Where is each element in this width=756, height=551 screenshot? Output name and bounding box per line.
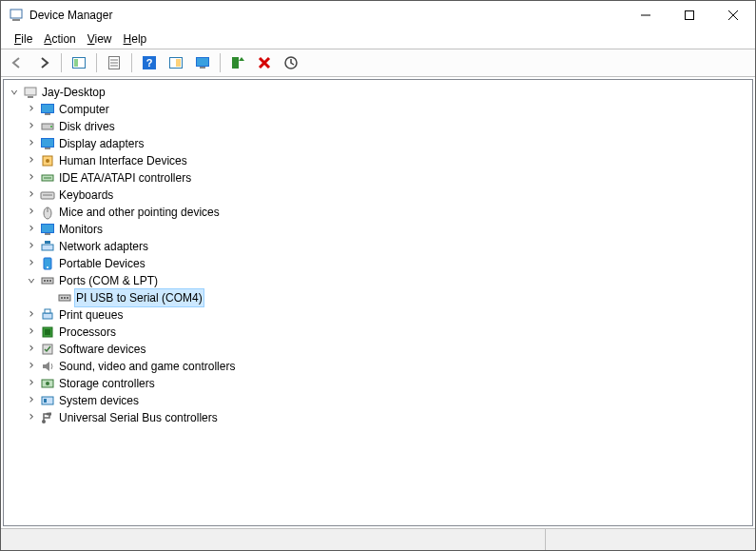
menu-view[interactable]: View	[84, 30, 116, 48]
network-icon	[40, 239, 55, 254]
action-sheet-button[interactable]	[164, 50, 188, 75]
device-manager-window: Device Manager File Action View Help ? J…	[0, 0, 756, 551]
software-icon	[40, 342, 55, 357]
chevron-down-icon[interactable]	[25, 272, 38, 289]
mouse-icon	[40, 205, 55, 220]
window-controls	[624, 1, 755, 30]
tree-item[interactable]: Portable Devices	[4, 255, 752, 272]
tree-item[interactable]: Mice and other pointing devices	[4, 204, 752, 221]
tree-item[interactable]: Disk drives	[4, 118, 752, 135]
tree-item[interactable]: Computer	[4, 101, 752, 118]
svg-rect-49	[61, 297, 63, 299]
menu-bar: File Action View Help	[1, 30, 755, 49]
tree-item-label: Disk drives	[57, 118, 117, 135]
tree-item[interactable]: Human Interface Devices	[4, 152, 752, 169]
svg-rect-46	[47, 280, 48, 282]
title-bar: Device Manager	[1, 1, 755, 30]
svg-rect-17	[200, 67, 205, 69]
uninstall-button[interactable]	[252, 50, 277, 75]
svg-rect-22	[25, 88, 36, 95]
show-hide-tree-button[interactable]	[67, 50, 91, 75]
device-tree[interactable]: Jay-DesktopComputerDisk drivesDisplay ad…	[3, 79, 753, 526]
tree-item[interactable]: Universal Serial Bus controllers	[4, 409, 752, 426]
drive-icon	[40, 119, 55, 134]
toolbar-separator	[61, 53, 62, 72]
tree-root[interactable]: Jay-Desktop	[4, 84, 752, 101]
svg-rect-15	[176, 59, 181, 67]
scan-hardware-button[interactable]	[279, 50, 303, 75]
tree-item[interactable]: PI USB to Serial (COM4)	[4, 289, 752, 306]
tree-item[interactable]: Network adapters	[4, 238, 752, 255]
svg-rect-63	[48, 413, 51, 416]
tree-item-label: PI USB to Serial (COM4)	[74, 288, 204, 307]
svg-rect-52	[43, 313, 52, 319]
svg-rect-53	[45, 309, 50, 313]
view-monitor-button[interactable]	[190, 50, 215, 75]
tree-item[interactable]: Software devices	[4, 341, 752, 358]
tree-item[interactable]: IDE ATA/ATAPI controllers	[4, 169, 752, 187]
storage-icon	[40, 376, 55, 391]
svg-point-43	[47, 266, 48, 268]
tree-item-label: Sound, video and game controllers	[57, 358, 237, 375]
forward-button[interactable]	[31, 50, 56, 75]
toolbar-separator	[96, 53, 97, 72]
back-button[interactable]	[5, 50, 29, 75]
maximize-button[interactable]	[668, 1, 711, 30]
close-button[interactable]	[711, 1, 755, 30]
tree-item-label: Keyboards	[57, 187, 115, 204]
minimize-button[interactable]	[624, 1, 668, 30]
svg-rect-18	[232, 57, 239, 69]
menu-action[interactable]: Action	[40, 30, 79, 48]
svg-rect-59	[42, 397, 53, 404]
svg-rect-60	[44, 399, 47, 403]
tree-item[interactable]: Sound, video and game controllers	[4, 358, 752, 375]
status-cell	[546, 529, 755, 550]
tree-item-label: Ports (COM & LPT)	[57, 272, 160, 289]
svg-rect-45	[44, 280, 46, 282]
usb-icon	[40, 410, 55, 425]
tree-item-label: Display adapters	[57, 135, 145, 152]
cpu-icon	[40, 325, 55, 340]
chevron-right-icon[interactable]	[25, 409, 38, 426]
tree-item-label: System devices	[57, 392, 141, 409]
tree-item[interactable]: Print queues	[4, 306, 752, 324]
tree-item[interactable]: Keyboards	[4, 187, 752, 204]
svg-rect-25	[45, 113, 50, 115]
tree-item-label: Network adapters	[57, 238, 150, 255]
tree-item-label: Storage controllers	[57, 375, 157, 392]
svg-point-31	[46, 159, 49, 163]
tree-item[interactable]: System devices	[4, 392, 752, 409]
toolbar-separator	[220, 53, 221, 72]
window-title: Device Manager	[29, 9, 112, 22]
svg-rect-51	[67, 297, 68, 299]
help-button[interactable]: ?	[137, 50, 162, 75]
svg-rect-7	[74, 59, 78, 67]
tree-item[interactable]: Ports (COM & LPT)	[4, 272, 752, 289]
monitor-icon	[40, 222, 55, 237]
tree-item[interactable]: Storage controllers	[4, 375, 752, 392]
svg-rect-50	[64, 297, 66, 299]
svg-point-58	[46, 382, 49, 385]
menu-help[interactable]: Help	[120, 30, 151, 48]
properties-button[interactable]	[102, 50, 126, 75]
svg-rect-41	[45, 241, 50, 244]
printer-icon	[40, 307, 55, 323]
tree-item-label: Software devices	[57, 341, 147, 358]
tree-item[interactable]: Monitors	[4, 221, 752, 238]
sound-icon	[40, 359, 55, 374]
tree-item-label: Print queues	[57, 306, 125, 324]
toolbar: ?	[1, 49, 755, 77]
tree-item[interactable]: Display adapters	[4, 135, 752, 152]
monitor-icon	[40, 102, 55, 117]
svg-rect-24	[42, 105, 54, 113]
update-driver-button[interactable]	[225, 50, 250, 75]
tree-item[interactable]: Processors	[4, 324, 752, 341]
svg-point-27	[50, 126, 52, 128]
tree-item-label: Mice and other pointing devices	[57, 204, 222, 221]
svg-rect-29	[45, 148, 50, 149]
chevron-down-icon[interactable]	[8, 84, 21, 101]
pc-icon	[23, 85, 38, 100]
svg-rect-3	[686, 11, 694, 20]
menu-file[interactable]: File	[10, 30, 36, 48]
svg-rect-47	[49, 280, 51, 282]
